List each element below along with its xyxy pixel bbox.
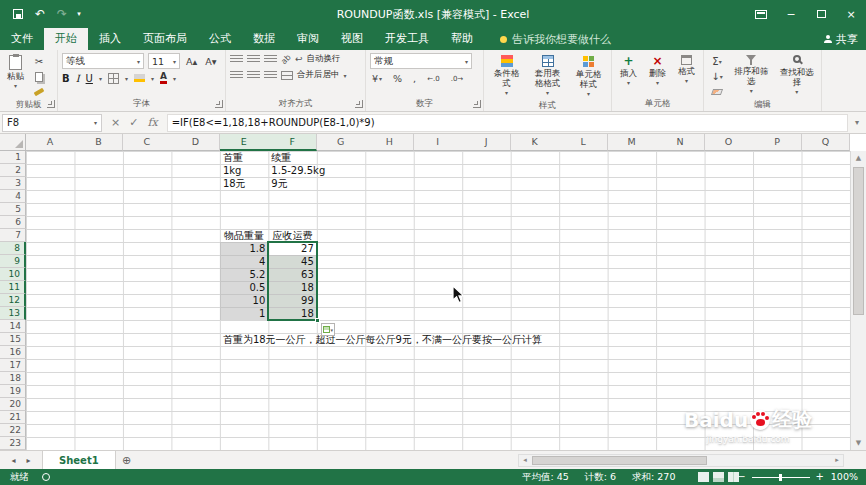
- row-header-15[interactable]: 15: [0, 333, 26, 346]
- close-button[interactable]: ×: [836, 0, 866, 28]
- tell-me-box[interactable]: 告诉我你想要做什么: [490, 28, 621, 50]
- redo-icon[interactable]: ↷: [52, 3, 72, 25]
- undo-icon[interactable]: ↶: [30, 3, 50, 25]
- row-header-10[interactable]: 10: [0, 268, 26, 281]
- horizontal-scrollbar[interactable]: ◂ ▸: [518, 454, 844, 467]
- number-dialog-launcher-icon[interactable]: [473, 100, 481, 108]
- column-header-M[interactable]: M: [608, 134, 657, 151]
- row-header-6[interactable]: 6: [0, 216, 26, 229]
- ribbon-tab-公式[interactable]: 公式: [198, 28, 242, 50]
- normal-view-icon[interactable]: [698, 472, 709, 482]
- align-left-icon[interactable]: [230, 71, 243, 80]
- enter-icon[interactable]: ✓: [129, 116, 138, 129]
- zoom-in-icon[interactable]: +: [816, 469, 824, 485]
- cell-F2[interactable]: 1.5-29.5kg: [268, 164, 328, 177]
- horiz-scroll-thumb[interactable]: [532, 456, 707, 465]
- row-header-13[interactable]: 13: [0, 307, 26, 320]
- row-header-4[interactable]: 4: [0, 190, 26, 203]
- cell-E11[interactable]: 0.5: [220, 281, 268, 294]
- scroll-down-icon[interactable]: ▼: [851, 436, 866, 450]
- ribbon-tab-审阅[interactable]: 审阅: [286, 28, 330, 50]
- column-header-H[interactable]: H: [365, 134, 414, 151]
- row-header-19[interactable]: 19: [0, 385, 26, 398]
- align-right-icon[interactable]: [264, 71, 277, 80]
- cell-styles-button[interactable]: 单元格样式▾: [570, 53, 607, 99]
- column-header-P[interactable]: P: [753, 134, 802, 151]
- scroll-left-icon[interactable]: ◂: [519, 455, 531, 466]
- find-select-button[interactable]: 查找和选择▾: [777, 53, 818, 98]
- sheet-tab-Sheet1[interactable]: Sheet1: [42, 451, 116, 469]
- save-icon[interactable]: [8, 3, 28, 25]
- formula-bar-expand-icon[interactable]: ▾: [848, 118, 866, 127]
- row-header-2[interactable]: 2: [0, 164, 26, 177]
- row-header-16[interactable]: 16: [0, 346, 26, 359]
- cell-E2[interactable]: 1kg: [220, 164, 268, 177]
- share-button[interactable]: 共享: [824, 28, 858, 50]
- merge-center-label[interactable]: 合并后居中: [297, 69, 340, 81]
- wrap-text-label[interactable]: 自动换行: [307, 53, 341, 65]
- formula-input[interactable]: =IF(E8<=1,18,18+ROUNDUP(E8-1,0)*9): [167, 114, 848, 132]
- ribbon-tab-帮助[interactable]: 帮助: [440, 28, 484, 50]
- row-header-5[interactable]: 5: [0, 203, 26, 216]
- minimize-button[interactable]: ─: [776, 0, 806, 28]
- column-header-B[interactable]: B: [74, 134, 123, 151]
- column-header-E[interactable]: E: [220, 134, 269, 151]
- row-header-9[interactable]: 9: [0, 255, 26, 268]
- ribbon-tab-开发工具[interactable]: 开发工具: [374, 28, 440, 50]
- vertical-scroll-thumb[interactable]: [853, 167, 864, 315]
- fill-color-icon[interactable]: [134, 74, 145, 82]
- row-header-8[interactable]: 8: [0, 242, 26, 255]
- accounting-format-icon[interactable]: ¥▾: [370, 73, 384, 84]
- bold-icon[interactable]: B: [62, 73, 70, 84]
- ribbon-tab-文件[interactable]: 文件: [0, 28, 44, 50]
- row-header-7[interactable]: 7: [0, 229, 26, 242]
- autosum-icon[interactable]: Σ▾: [708, 55, 726, 68]
- column-header-K[interactable]: K: [511, 134, 560, 151]
- increase-font-size-icon[interactable]: A▴: [184, 56, 199, 67]
- comma-style-icon[interactable]: ,: [411, 73, 418, 84]
- select-all-corner[interactable]: [0, 134, 26, 151]
- format-painter-icon[interactable]: [30, 85, 48, 98]
- wrap-text-icon[interactable]: ↩: [295, 54, 303, 64]
- merge-center-icon[interactable]: [281, 71, 293, 80]
- ribbon-display-options-icon[interactable]: [746, 0, 776, 28]
- italic-icon[interactable]: I: [76, 73, 80, 84]
- zoom-out-icon[interactable]: −: [737, 469, 745, 485]
- column-header-L[interactable]: L: [559, 134, 608, 151]
- align-middle-icon[interactable]: [247, 55, 260, 64]
- underline-icon[interactable]: U: [86, 73, 93, 84]
- cell-E1[interactable]: 首重: [220, 151, 268, 164]
- row-header-20[interactable]: 20: [0, 398, 26, 411]
- clear-icon[interactable]: [708, 85, 726, 98]
- number-format-select[interactable]: 常规▾: [370, 53, 472, 69]
- column-header-Q[interactable]: Q: [802, 134, 851, 151]
- cell-E3[interactable]: 18元: [220, 177, 268, 190]
- cell-E9[interactable]: 4: [220, 255, 268, 268]
- row-header-17[interactable]: 17: [0, 359, 26, 372]
- fill-icon[interactable]: ↓▾: [708, 70, 726, 83]
- new-sheet-button[interactable]: ⊕: [116, 454, 138, 467]
- vertical-scrollbar[interactable]: ▲ ▼: [850, 151, 866, 450]
- row-header-12[interactable]: 12: [0, 294, 26, 307]
- copy-icon[interactable]: [30, 70, 48, 83]
- ribbon-tab-页面布局[interactable]: 页面布局: [132, 28, 198, 50]
- restore-button[interactable]: [806, 0, 836, 28]
- auto-fill-options-button[interactable]: ▾: [321, 323, 335, 336]
- ribbon-tab-插入[interactable]: 插入: [88, 28, 132, 50]
- insert-function-icon[interactable]: fx: [147, 116, 157, 129]
- row-header-14[interactable]: 14: [0, 320, 26, 333]
- qat-customize-icon[interactable]: ▾: [74, 3, 84, 25]
- column-header-O[interactable]: O: [705, 134, 754, 151]
- row-header-3[interactable]: 3: [0, 177, 26, 190]
- column-header-J[interactable]: J: [462, 134, 511, 151]
- row-header-23[interactable]: 23: [0, 437, 26, 450]
- font-dialog-launcher-icon[interactable]: [215, 100, 223, 108]
- insert-cells-button[interactable]: + 插入 ▾: [617, 53, 640, 97]
- row-header-18[interactable]: 18: [0, 372, 26, 385]
- cell-E10[interactable]: 5.2: [220, 268, 268, 281]
- paste-button[interactable]: 粘贴 ▾: [4, 53, 27, 98]
- font-color-icon[interactable]: A: [160, 72, 167, 84]
- borders-icon[interactable]: [108, 73, 119, 84]
- font-name-select[interactable]: 等线▾: [62, 53, 144, 69]
- ribbon-tab-开始[interactable]: 开始: [44, 28, 88, 50]
